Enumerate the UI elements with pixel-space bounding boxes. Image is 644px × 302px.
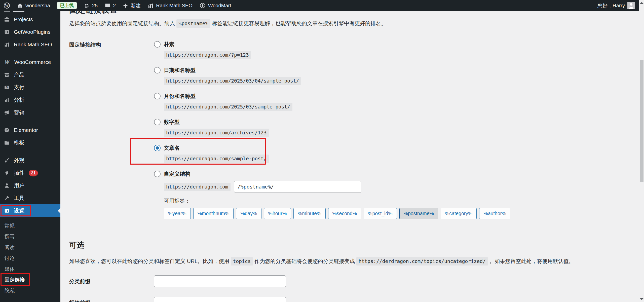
tag-monthnum-button[interactable]: %monthnum% bbox=[193, 208, 234, 219]
sidebar-item-woocommerce[interactable]: W WooCommerce bbox=[0, 56, 60, 68]
tag-author-button[interactable]: %author% bbox=[479, 208, 510, 219]
sidebar-item-tools[interactable]: 工具 bbox=[0, 192, 60, 204]
sidebar-item-label: GetWooPlugins bbox=[14, 29, 51, 35]
rank-math-menu[interactable]: Rank Math SEO bbox=[144, 0, 196, 11]
scrollbar-thumb[interactable] bbox=[640, 60, 643, 182]
sidebar-item-payments[interactable]: $ 支付 bbox=[0, 81, 60, 94]
woodmart-label: WoodMart bbox=[208, 3, 231, 9]
admin-sidebar: Projects GetWooPlugins Rank Math SEO W W… bbox=[0, 11, 60, 302]
category-base-label: 分类前缀 bbox=[69, 278, 154, 285]
sidebar-item-products[interactable]: 产品 bbox=[0, 68, 60, 81]
tag-second-button[interactable]: %second% bbox=[328, 208, 361, 219]
category-url-code-chip: https://derdragon.com/topics/uncategoriz… bbox=[356, 257, 488, 266]
wrench-icon bbox=[4, 195, 10, 201]
wordpress-logo-menu[interactable]: W bbox=[0, 0, 14, 11]
tag-minute-button[interactable]: %minute% bbox=[293, 208, 325, 219]
postname-code-chip: %postname% bbox=[176, 19, 210, 28]
option-custom: 自定义结构 https://derdragon.com 可用标签： %year%… bbox=[154, 170, 639, 219]
tag-post-id-button[interactable]: %post_id% bbox=[364, 208, 397, 219]
category-base-input[interactable] bbox=[154, 275, 286, 287]
megaphone-icon bbox=[4, 110, 10, 115]
radio-day-name[interactable] bbox=[154, 67, 161, 73]
user-icon bbox=[4, 183, 10, 188]
submenu-item-reading[interactable]: 阅读 bbox=[0, 242, 60, 253]
clipped-page-title-wrap: 固定链接设置 bbox=[69, 11, 639, 15]
new-content-menu[interactable]: 新建 bbox=[119, 0, 144, 11]
sidebar-item-label: 模板 bbox=[14, 139, 24, 146]
sidebar-item-elementor[interactable]: Elementor bbox=[0, 124, 60, 136]
browser-scrollbar[interactable] bbox=[639, 0, 644, 302]
sidebar-item-projects[interactable]: Projects bbox=[0, 13, 60, 26]
sidebar-item-templates[interactable]: 模板 bbox=[0, 136, 60, 149]
visit-site-link[interactable]: wondersha bbox=[14, 0, 54, 11]
tag-hour-button[interactable]: %hour% bbox=[264, 208, 291, 219]
tag-base-label: 标签前缀 bbox=[69, 299, 154, 302]
sidebar-item-label: 外观 bbox=[14, 157, 24, 164]
option-numeric: 数字型 https://derdragon.com/archives/123 bbox=[154, 118, 639, 137]
option-post-name: 文章名 https://derdragon.com/sample-post/ bbox=[154, 144, 639, 163]
payments-icon: $ bbox=[4, 85, 10, 90]
sidebar-item-settings[interactable]: 设置 bbox=[0, 204, 60, 217]
available-tags-label: 可用标签： bbox=[164, 197, 639, 204]
scrollbar-up-arrow-icon[interactable] bbox=[640, 2, 643, 4]
tag-base-input[interactable] bbox=[154, 297, 286, 302]
submenu-item-permalinks[interactable]: 固定链接 bbox=[0, 275, 60, 285]
radio-numeric[interactable] bbox=[154, 119, 161, 125]
optional-paragraph: 如果您喜欢，您可以在此给您的分类和标签自定义 URL。比如，使用 topics … bbox=[69, 257, 639, 266]
elementor-icon bbox=[4, 127, 10, 133]
tag-postname-button[interactable]: %postname% bbox=[399, 208, 438, 219]
option-month-name: 月份和名称型 https://derdragon.com/2025/03/sam… bbox=[154, 92, 639, 111]
sidebar-item-analytics[interactable]: 分析 bbox=[0, 94, 60, 106]
tag-day-button[interactable]: %day% bbox=[236, 208, 261, 219]
radio-month-name[interactable] bbox=[154, 93, 161, 99]
sidebar-item-label: 插件 bbox=[14, 169, 24, 176]
svg-text:$: $ bbox=[6, 86, 8, 89]
comments-menu[interactable]: 2 bbox=[101, 0, 119, 11]
submenu-item-media[interactable]: 媒体 bbox=[0, 264, 60, 275]
sidebar-item-label: 设置 bbox=[14, 207, 24, 214]
example-url: https://derdragon.com/?p=123 bbox=[164, 51, 251, 59]
sidebar-item-plugins[interactable]: 插件 21 bbox=[0, 167, 60, 179]
sidebar-item-getwooplugins[interactable]: GetWooPlugins bbox=[0, 26, 60, 38]
sidebar-item-label: Rank Math SEO bbox=[14, 42, 52, 48]
status-badge: 已上线 bbox=[57, 2, 77, 9]
permalink-structure-row: 固定链接结构 朴素 https://derdragon.com/?p=123 日… bbox=[69, 40, 639, 226]
custom-structure-prefix: https://derdragon.com bbox=[164, 183, 231, 191]
updates-menu[interactable]: 25 bbox=[80, 0, 101, 11]
example-url: https://derdragon.com/2025/03/04/sample-… bbox=[164, 77, 301, 85]
submenu-item-discussion[interactable]: 讨论 bbox=[0, 253, 60, 264]
sidebar-item-label: 用户 bbox=[14, 182, 24, 189]
site-status[interactable]: 已上线 bbox=[54, 0, 80, 11]
sidebar-item-label: 分析 bbox=[14, 96, 24, 103]
sliders-box-icon bbox=[4, 29, 10, 35]
sidebar-item-marketing[interactable]: 营销 bbox=[0, 106, 60, 119]
woodmart-menu[interactable]: WoodMart bbox=[196, 0, 235, 11]
rank-math-label: Rank Math SEO bbox=[156, 3, 193, 9]
sidebar-item-appearance[interactable]: 外观 bbox=[0, 154, 60, 167]
topics-code-chip: topics bbox=[231, 257, 253, 266]
sidebar-item-label: 工具 bbox=[14, 195, 24, 202]
optional-heading: 可选 bbox=[69, 240, 639, 250]
briefcase-icon bbox=[4, 17, 10, 22]
submenu-item-writing[interactable]: 撰写 bbox=[0, 231, 60, 242]
scrollbar-down-arrow-icon[interactable] bbox=[640, 298, 643, 300]
example-url: https://derdragon.com/archives/123 bbox=[164, 129, 269, 137]
my-account-menu[interactable]: 您好，Harry bbox=[594, 0, 635, 11]
submenu-item-privacy[interactable]: 隐私 bbox=[0, 285, 60, 296]
option-day-name: 日期和名称型 https://derdragon.com/2025/03/04/… bbox=[154, 66, 639, 85]
tag-category-button[interactable]: %category% bbox=[441, 208, 477, 219]
radio-custom[interactable] bbox=[154, 171, 161, 177]
radio-plain[interactable] bbox=[154, 41, 161, 48]
sidebar-item-users[interactable]: 用户 bbox=[0, 179, 60, 192]
analytics-bars-icon bbox=[4, 97, 10, 103]
svg-text:W: W bbox=[5, 4, 9, 8]
plug-icon bbox=[4, 170, 10, 176]
sidebar-item-rank-math-seo[interactable]: Rank Math SEO bbox=[0, 38, 60, 51]
custom-structure-input[interactable] bbox=[234, 181, 361, 193]
sidebar-item-label: 支付 bbox=[14, 84, 24, 91]
page-title: 固定链接设置 bbox=[69, 11, 639, 15]
avatar bbox=[627, 2, 635, 9]
tag-year-button[interactable]: %year% bbox=[164, 208, 191, 219]
radio-post-name[interactable] bbox=[154, 145, 161, 151]
submenu-item-general[interactable]: 常规 bbox=[0, 220, 60, 231]
